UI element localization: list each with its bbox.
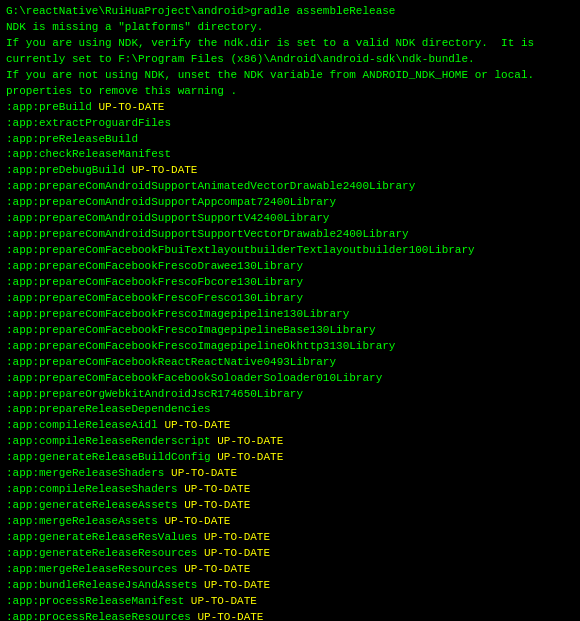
terminal-line: :app:mergeReleaseResources UP-TO-DATE [6, 562, 574, 578]
terminal-text: :app:generateReleaseBuildConfig [6, 451, 217, 463]
terminal-line: :app:generateReleaseBuildConfig UP-TO-DA… [6, 450, 574, 466]
terminal-text: If you are not using NDK, unset the NDK … [6, 69, 534, 81]
terminal-text: :app:prepareReleaseDependencies [6, 403, 211, 415]
terminal-text: :app:prepareComFacebookFrescoImagepipeli… [6, 308, 349, 320]
terminal-text: :app:prepareComFacebookFrescoFbcore130Li… [6, 276, 303, 288]
terminal-line: :app:preDebugBuild UP-TO-DATE [6, 163, 574, 179]
terminal-line: :app:mergeReleaseShaders UP-TO-DATE [6, 466, 574, 482]
terminal-text: UP-TO-DATE [217, 451, 283, 463]
terminal-text: :app:extractProguardFiles [6, 117, 171, 129]
terminal-text: UP-TO-DATE [204, 579, 270, 591]
terminal-text: :app:prepareComAndroidSupportSupportVect… [6, 228, 409, 240]
terminal-text: UP-TO-DATE [217, 435, 283, 447]
terminal-text: :app:checkReleaseManifest [6, 148, 171, 160]
terminal-line: :app:prepareComAndroidSupportAppcompat72… [6, 195, 574, 211]
terminal-text: UP-TO-DATE [164, 515, 230, 527]
terminal-line: :app:processReleaseResources UP-TO-DATE [6, 610, 574, 621]
terminal-line: :app:compileReleaseAidl UP-TO-DATE [6, 418, 574, 434]
terminal-text: :app:mergeReleaseAssets [6, 515, 164, 527]
terminal-text: UP-TO-DATE [98, 101, 164, 113]
terminal-line: :app:compileReleaseShaders UP-TO-DATE [6, 482, 574, 498]
terminal-text: currently set to F:\Program Files (x86)\… [6, 53, 475, 65]
terminal-text: UP-TO-DATE [184, 563, 250, 575]
terminal-text: :app:bundleReleaseJsAndAssets [6, 579, 204, 591]
terminal-window: G:\reactNative\RuiHuaProject\android>gra… [0, 0, 580, 621]
terminal-line: :app:prepareReleaseDependencies [6, 402, 574, 418]
terminal-text: G:\reactNative\RuiHuaProject\android>gra… [6, 5, 395, 17]
terminal-line: :app:prepareComFacebookFrescoImagepipeli… [6, 307, 574, 323]
terminal-text: UP-TO-DATE [164, 419, 230, 431]
terminal-text: :app:prepareComFacebookFrescoImagepipeli… [6, 324, 376, 336]
terminal-text: NDK is missing a "platforms" directory. [6, 21, 263, 33]
terminal-text: :app:generateReleaseResources [6, 547, 204, 559]
terminal-line: :app:bundleReleaseJsAndAssets UP-TO-DATE [6, 578, 574, 594]
terminal-text: properties to remove this warn [6, 85, 204, 97]
terminal-text: :app:prepareComAndroidSupportAnimatedVec… [6, 180, 415, 192]
terminal-line: :app:generateReleaseAssets UP-TO-DATE [6, 498, 574, 514]
terminal-line: :app:generateReleaseResources UP-TO-DATE [6, 546, 574, 562]
terminal-text: If you are using NDK, verify the ndk.dir… [6, 37, 534, 49]
terminal-text: UP-TO-DATE [184, 499, 250, 511]
terminal-text: :app:prepareComFacebookFbuiTextlayoutbui… [6, 244, 475, 256]
terminal-line: :app:prepareComFacebookFrescoDrawee130Li… [6, 259, 574, 275]
terminal-line: :app:prepareComFacebookFrescoImagepipeli… [6, 323, 574, 339]
terminal-text: :app:mergeReleaseResources [6, 563, 184, 575]
terminal-line: G:\reactNative\RuiHuaProject\android>gra… [6, 4, 574, 20]
terminal-text: UP-TO-DATE [204, 547, 270, 559]
terminal-line: :app:compileReleaseRenderscript UP-TO-DA… [6, 434, 574, 450]
terminal-line: :app:checkReleaseManifest [6, 147, 574, 163]
terminal-line: :app:prepareComAndroidSupportSupportV424… [6, 211, 574, 227]
terminal-line: :app:preBuild UP-TO-DATE [6, 100, 574, 116]
terminal-line: :app:preReleaseBuild [6, 132, 574, 148]
terminal-line: :app:prepareComAndroidSupportAnimatedVec… [6, 179, 574, 195]
terminal-line: If you are using NDK, verify the ndk.dir… [6, 36, 574, 52]
terminal-text: :app:prepareOrgWebkitAndroidJscR174650Li… [6, 388, 303, 400]
terminal-text: UP-TO-DATE [204, 531, 270, 543]
terminal-text: :app:prepareComFacebookFrescoDrawee130Li… [6, 260, 303, 272]
terminal-line: :app:prepareOrgWebkitAndroidJscR174650Li… [6, 387, 574, 403]
terminal-text: UP-TO-DATE [131, 164, 197, 176]
terminal-line: :app:generateReleaseResValues UP-TO-DATE [6, 530, 574, 546]
terminal-text: :app:processReleaseManifest [6, 595, 191, 607]
terminal-text: :app:preReleaseBuild [6, 133, 138, 145]
terminal-line: :app:processReleaseManifest UP-TO-DATE [6, 594, 574, 610]
terminal-text: UP-TO-DATE [171, 467, 237, 479]
terminal-text: :app:generateReleaseResValues [6, 531, 204, 543]
terminal-text: :app:generateReleaseAssets [6, 499, 184, 511]
terminal-line: :app:mergeReleaseAssets UP-TO-DATE [6, 514, 574, 530]
terminal-text: :app:mergeReleaseShaders [6, 467, 171, 479]
terminal-line: :app:prepareComFacebookReactReactNative0… [6, 355, 574, 371]
terminal-line: :app:extractProguardFiles [6, 116, 574, 132]
terminal-text: ing . [204, 85, 237, 97]
terminal-text: :app:compileReleaseRenderscript [6, 435, 217, 447]
terminal-text: UP-TO-DATE [184, 483, 250, 495]
terminal-text: :app:compileReleaseAidl [6, 419, 164, 431]
terminal-text: :app:prepareComFacebookFacebookSoloaderS… [6, 372, 382, 384]
terminal-text: :app:prepareComFacebookFrescoFresco130Li… [6, 292, 303, 304]
terminal-line: If you are not using NDK, unset the NDK … [6, 68, 574, 84]
terminal-line: currently set to F:\Program Files (x86)\… [6, 52, 574, 68]
terminal-line: properties to remove this warning . [6, 84, 574, 100]
terminal-text: UP-TO-DATE [197, 611, 263, 621]
terminal-text: :app:compileReleaseShaders [6, 483, 184, 495]
terminal-text: :app:prepareComFacebookReactReactNative0… [6, 356, 336, 368]
terminal-text: :app:prepareComAndroidSupportSupportV424… [6, 212, 329, 224]
terminal-text: :app:prepareComAndroidSupportAppcompat72… [6, 196, 336, 208]
terminal-line: NDK is missing a "platforms" directory. [6, 20, 574, 36]
terminal-text: :app:processReleaseResources [6, 611, 197, 621]
terminal-line: :app:prepareComAndroidSupportSupportVect… [6, 227, 574, 243]
terminal-text: UP-TO-DATE [191, 595, 257, 607]
terminal-text: :app:prepareComFacebookFrescoImagepipeli… [6, 340, 395, 352]
terminal-line: :app:prepareComFacebookFrescoFresco130Li… [6, 291, 574, 307]
terminal-line: :app:prepareComFacebookFrescoFbcore130Li… [6, 275, 574, 291]
terminal-line: :app:prepareComFacebookFbuiTextlayoutbui… [6, 243, 574, 259]
terminal-text: :app:preDebugBuild [6, 164, 131, 176]
terminal-line: :app:prepareComFacebookFacebookSoloaderS… [6, 371, 574, 387]
terminal-line: :app:prepareComFacebookFrescoImagepipeli… [6, 339, 574, 355]
terminal-text: :app:preBuild [6, 101, 98, 113]
